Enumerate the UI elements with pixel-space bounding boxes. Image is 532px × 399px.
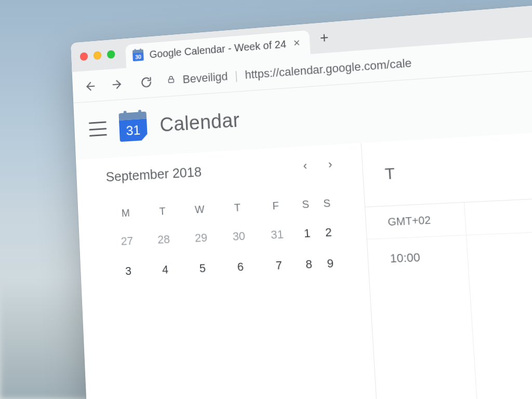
app-body: September 2018 ‹ › MTWTFSS 2728293031123…	[76, 125, 532, 399]
browser-window: 30 Google Calendar - Week of 24 × +	[71, 0, 532, 399]
mini-day-cell[interactable]: 29	[182, 226, 220, 249]
mini-weekday-header: S	[295, 195, 317, 215]
back-button[interactable]	[81, 77, 98, 95]
mini-day-cell[interactable]: 3	[110, 260, 147, 283]
close-window-button[interactable]	[80, 52, 88, 61]
mini-day-cell[interactable]: 27	[108, 230, 145, 253]
close-tab-button[interactable]: ×	[292, 36, 301, 50]
minimize-window-button[interactable]	[94, 51, 102, 60]
prev-month-button[interactable]: ‹	[300, 157, 311, 176]
svg-line-1	[113, 84, 121, 85]
mini-weekday-header: T	[218, 197, 257, 218]
mini-day-cell[interactable]: 2	[317, 221, 340, 244]
svg-line-0	[87, 86, 94, 86]
mini-day-cell[interactable]: 28	[145, 228, 183, 251]
timezone-label: GMT+02	[387, 204, 432, 238]
window-controls	[80, 50, 115, 61]
mini-day-cell[interactable]: 31	[257, 223, 297, 247]
mini-day-cell[interactable]: 9	[319, 252, 342, 275]
mini-day-cell[interactable]: 5	[183, 257, 222, 280]
mini-day-cell[interactable]: 1	[296, 222, 318, 245]
calendar-favicon-icon: 30	[132, 49, 144, 61]
day-column-header: T	[384, 164, 395, 183]
tab-title: Google Calendar - Week of 24	[149, 38, 286, 60]
forward-button[interactable]	[109, 75, 127, 93]
time-label: 10:00	[389, 237, 421, 279]
security-label: Beveiligd	[182, 70, 228, 86]
url-separator: |	[234, 69, 238, 82]
mini-weekday-header: F	[256, 196, 296, 216]
mini-day-cell[interactable]: 6	[221, 255, 260, 278]
menu-button[interactable]	[89, 121, 107, 137]
mini-day-cell[interactable]: 4	[146, 258, 184, 282]
mini-calendar: September 2018 ‹ › MTWTFSS 2728293031123…	[76, 143, 369, 292]
mini-day-cell[interactable]: 8	[298, 253, 320, 276]
mini-day-cell[interactable]: 7	[259, 254, 299, 277]
mini-day-cell[interactable]: 30	[219, 224, 258, 248]
url-text: https://calendar.google.com/cale	[245, 56, 412, 82]
mini-weekday-header: T	[143, 202, 181, 221]
sidebar: September 2018 ‹ › MTWTFSS 2728293031123…	[76, 143, 383, 399]
mini-weekday-header: W	[180, 200, 219, 220]
svg-rect-2	[168, 78, 174, 82]
mini-calendar-grid: MTWTFSS 2728293031123456789	[107, 185, 342, 291]
lock-icon	[166, 73, 176, 87]
app-title: Calendar	[159, 109, 241, 136]
mini-weekday-header: M	[107, 203, 144, 223]
new-tab-button[interactable]: +	[320, 29, 329, 47]
reload-button[interactable]	[138, 73, 155, 91]
mini-calendar-label: September 2018	[105, 164, 202, 185]
zoom-window-button[interactable]	[107, 50, 115, 59]
mini-weekday-header: S	[316, 194, 338, 214]
main-grid: T GMT+02 10:00	[361, 125, 532, 399]
calendar-logo-icon: 31	[118, 112, 148, 142]
next-month-button[interactable]: ›	[325, 155, 336, 174]
